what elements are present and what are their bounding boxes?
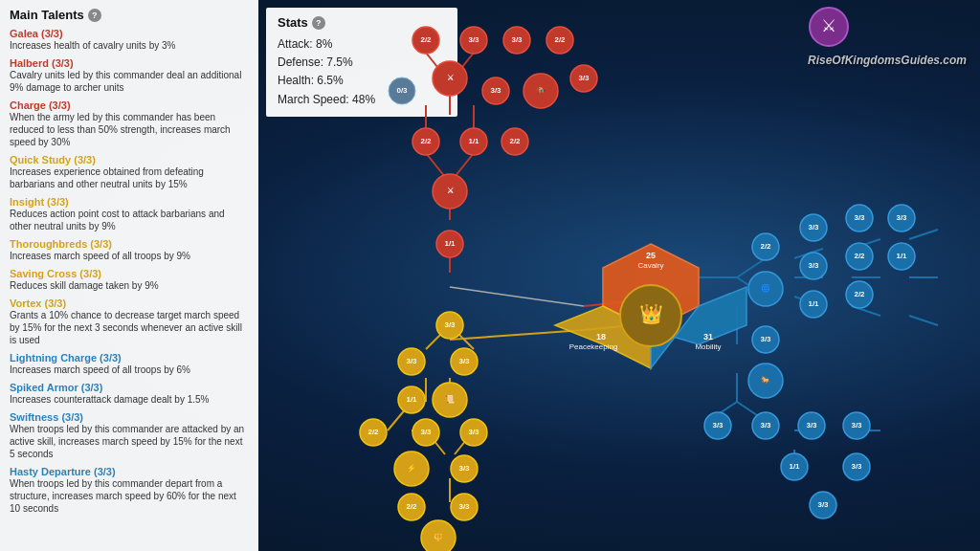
svg-text:3/3: 3/3: [406, 357, 417, 365]
talent-name: Hasty Departure (3/3): [10, 466, 249, 477]
talent-item: Insight (3/3)Reduces action point cost t…: [10, 196, 249, 232]
svg-text:1/1: 1/1: [808, 299, 819, 308]
svg-text:⚔: ⚔: [447, 74, 454, 82]
watermark-area: ⚔ RiseOfKingdomsGuides.com: [808, 6, 967, 67]
talent-name: Insight (3/3): [10, 196, 249, 208]
svg-text:Mobility: Mobility: [695, 342, 721, 351]
svg-text:⚔: ⚔: [447, 187, 454, 195]
main-talents-label: Main Talents: [10, 8, 84, 22]
talent-name: Thoroughbreds (3/3): [10, 238, 249, 250]
svg-text:2/2: 2/2: [368, 428, 379, 436]
svg-line-39: [450, 287, 584, 306]
svg-text:1/1: 1/1: [896, 252, 907, 260]
svg-text:3/3: 3/3: [468, 428, 479, 436]
svg-text:3/3: 3/3: [808, 261, 819, 270]
svg-text:2/2: 2/2: [406, 502, 417, 511]
svg-text:📜: 📜: [445, 394, 455, 404]
svg-text:🌀: 🌀: [761, 283, 770, 293]
talent-item: Charge (3/3)When the army led by this co…: [10, 99, 249, 148]
talent-item: Galea (3/3)Increases health of cavalry u…: [10, 28, 249, 52]
svg-text:3/3: 3/3: [851, 462, 862, 471]
talent-desc: Reduces action point cost to attack barb…: [10, 208, 249, 232]
talent-desc: Increases march speed of all troops by 6…: [10, 364, 249, 376]
svg-text:3/3: 3/3: [578, 74, 590, 82]
svg-line-7: [426, 153, 445, 177]
svg-line-8: [455, 153, 474, 177]
svg-text:3/3: 3/3: [851, 421, 862, 430]
talent-tree-svg: 👑 25 Cavalry 18 Peacekeeping 31 Mobility…: [258, 0, 980, 551]
svg-text:3/3: 3/3: [444, 320, 456, 329]
svg-text:25: 25: [646, 251, 656, 260]
svg-text:2/2: 2/2: [554, 35, 566, 44]
svg-text:3/3: 3/3: [760, 421, 771, 430]
svg-text:3/3: 3/3: [458, 502, 470, 511]
svg-text:3/3: 3/3: [854, 213, 865, 222]
svg-text:3/3: 3/3: [760, 335, 771, 343]
talent-desc: Increases health of cavalry units by 3%: [10, 39, 249, 52]
talent-name: Swiftness (3/3): [10, 411, 249, 423]
talent-item: Saving Cross (3/3)Reduces skill damage t…: [10, 268, 249, 292]
svg-text:🏇: 🏇: [536, 85, 546, 95]
svg-line-38: [909, 316, 938, 325]
talent-desc: When troops led by this commander depart…: [10, 477, 249, 515]
svg-text:1/1: 1/1: [468, 137, 479, 145]
svg-text:🔱: 🔱: [434, 532, 443, 541]
talent-item: Swiftness (3/3)When troops led by this c…: [10, 411, 249, 460]
main-talents-title: Main Talents ?: [10, 8, 249, 22]
talent-desc: When the army led by this commander has …: [10, 111, 249, 148]
talent-desc: Increases counterattack damage dealt by …: [10, 393, 249, 406]
logo-icon: ⚔: [808, 6, 850, 48]
watermark-text: RiseOfKingdomsGuides.com: [808, 54, 967, 67]
svg-text:1/1: 1/1: [789, 462, 800, 471]
talents-list: Galea (3/3)Increases health of cavalry u…: [10, 28, 249, 515]
svg-text:1/1: 1/1: [406, 395, 417, 404]
talent-desc: Grants a 10% chance to decrease target m…: [10, 309, 249, 346]
svg-text:3/3: 3/3: [806, 421, 817, 430]
talent-desc: Increases experience obtained from defea…: [10, 165, 249, 190]
talent-desc: Cavalry units led by this commander deal…: [10, 69, 249, 94]
talent-item: Vortex (3/3)Grants a 10% chance to decre…: [10, 298, 249, 346]
svg-text:Cavalry: Cavalry: [637, 261, 663, 270]
talent-name: Galea (3/3): [10, 28, 249, 39]
svg-text:2/2: 2/2: [420, 35, 432, 44]
talent-name: Halberd (3/3): [10, 57, 249, 69]
talent-desc: Increases march speed of all troops by 9…: [10, 250, 249, 262]
svg-text:⚔: ⚔: [821, 16, 836, 35]
talent-name: Saving Cross (3/3): [10, 268, 249, 279]
svg-text:0/3: 0/3: [396, 86, 408, 95]
svg-text:3/3: 3/3: [458, 464, 470, 473]
svg-text:3/3: 3/3: [420, 428, 432, 436]
svg-text:3/3: 3/3: [468, 35, 479, 44]
talent-item: Lightning Charge (3/3)Increases march sp…: [10, 352, 249, 376]
svg-text:🐎: 🐎: [761, 375, 770, 385]
talent-name: Charge (3/3): [10, 99, 249, 111]
talent-desc: When troops led by this commander are at…: [10, 423, 249, 460]
svg-text:2/2: 2/2: [509, 137, 521, 145]
svg-text:2/2: 2/2: [420, 137, 432, 145]
svg-text:3/3: 3/3: [458, 357, 470, 365]
talent-desc: Reduces skill damage taken by 9%: [10, 279, 249, 292]
svg-text:2/2: 2/2: [854, 290, 865, 298]
svg-text:31: 31: [703, 332, 713, 342]
talent-name: Quick Study (3/3): [10, 154, 249, 165]
talent-item: Hasty Departure (3/3)When troops led by …: [10, 466, 249, 515]
svg-text:3/3: 3/3: [817, 500, 829, 509]
svg-text:👑: 👑: [639, 302, 663, 325]
main-talents-info-icon[interactable]: ?: [88, 9, 101, 22]
svg-line-36: [909, 230, 938, 239]
talent-name: Lightning Charge (3/3): [10, 352, 249, 364]
svg-text:1/1: 1/1: [444, 239, 456, 248]
svg-text:3/3: 3/3: [712, 421, 724, 430]
svg-text:3/3: 3/3: [511, 35, 523, 44]
talent-item: Thoroughbreds (3/3)Increases march speed…: [10, 238, 249, 262]
svg-text:3/3: 3/3: [490, 86, 501, 95]
svg-text:2/2: 2/2: [760, 242, 771, 251]
talent-tree: ⚔ RiseOfKingdomsGuides.com: [258, 0, 980, 551]
talent-name: Spiked Armor (3/3): [10, 382, 249, 393]
svg-text:2/2: 2/2: [854, 252, 865, 260]
talent-name: Vortex (3/3): [10, 298, 249, 309]
talent-item: Quick Study (3/3)Increases experience ob…: [10, 154, 249, 190]
svg-line-42: [450, 330, 584, 340]
svg-text:3/3: 3/3: [896, 213, 907, 222]
talent-item: Spiked Armor (3/3)Increases counterattac…: [10, 382, 249, 406]
